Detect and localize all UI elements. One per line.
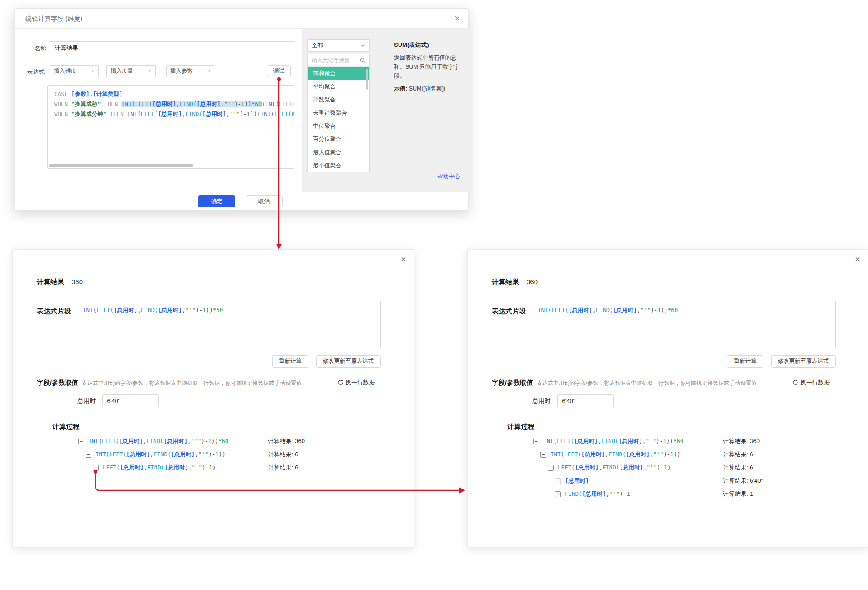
function-list-item[interactable]: 中位聚合 [308,120,369,133]
code-token: FIND( [185,111,202,117]
code-token: "'" [653,451,664,458]
category-filter-value: 全部 [312,42,323,50]
category-filter-select[interactable]: 全部 [307,39,370,52]
collapse-toggle-icon[interactable]: − [540,452,546,458]
insert-dimension-dropdown[interactable]: 插入维度 ▼ [50,65,99,77]
code-token: FIND( [154,451,171,458]
code-token: FIND( [565,490,582,497]
change-row-button[interactable]: 换一行数据 [792,378,830,387]
code-token: , [150,451,154,458]
expand-toggle-icon[interactable]: + [93,465,99,471]
code-token: FIND( [147,464,165,471]
collapse-toggle-icon[interactable]: − [533,439,539,444]
field-value-input[interactable] [557,394,614,407]
close-icon[interactable]: × [401,254,406,265]
code-token: FIND( [596,307,613,313]
insert-measure-dropdown[interactable]: 插入度量 ▼ [106,65,156,77]
debug-panel-expanded: × 计算结果360 表达式片段 INT(LEFT([总用时],FIND([总用时… [467,249,868,548]
insert-parameter-label: 插入参数 [170,67,193,75]
vertical-scrollbar[interactable] [366,69,368,90]
code-token: )- [656,438,663,444]
function-list-item[interactable]: 最小值聚合 [308,159,369,172]
code-token: [总用时] [171,451,195,458]
code-token: )) [219,451,226,458]
update-original-expression-button[interactable]: 修改更新至原表达式 [771,355,836,368]
function-list-item[interactable]: 求和聚合 [308,67,369,80]
code-token: FIND( [146,438,164,444]
insert-parameter-dropdown[interactable]: 插入参数 ▼ [166,65,215,77]
recalculate-button[interactable]: 重新计算 [272,355,308,368]
expression-snippet-box[interactable]: INT(LEFT([总用时],FIND([总用时],"'")-1))*60 [77,301,381,348]
code-token: FIND( [609,451,626,458]
code-token: )- [208,451,215,458]
code-token: [总用时] [613,307,637,313]
code-token: 1 [215,451,219,458]
tree-result: 计算结果: 6 [723,464,753,472]
code-token: LEFT( [102,438,119,444]
calc-tree-row: + LEFT([总用时],FIND([总用时],"'")-1) 计算结果: 6 [13,463,414,473]
dialog-title: 编辑计算字段 (维度) [25,15,82,23]
code-token: *60 [213,307,223,313]
tree-result: 计算结果: 6 [268,450,298,459]
tree-expression: FIND([总用时],"'")-1 [565,490,630,498]
calc-tree-row: − INT(LEFT([总用时],FIND([总用时],"'")-1))*60 … [13,436,414,446]
code-token: "换算成分钟" [71,111,107,117]
function-list-item[interactable]: 去重计数聚合 [308,106,369,120]
code-token: 1 [664,464,667,471]
code-token: [总用时] [152,101,177,107]
debug-button[interactable]: 调试 [267,65,291,77]
function-list-item[interactable]: 最大值聚合 [308,146,369,159]
code-token: [总用时] [114,307,138,313]
code-token: )) [206,307,213,313]
code-token: , [176,101,180,107]
close-icon[interactable]: × [855,254,860,265]
change-row-button[interactable]: 换一行数据 [338,378,375,387]
expand-toggle-icon[interactable]: + [555,491,561,497]
code-token: )) [661,307,668,313]
code-token: THEN [101,101,121,107]
code-token: INT( [538,307,551,313]
field-value-input[interactable] [102,394,159,407]
function-list-item[interactable]: 计数聚合 [308,93,369,106]
code-token: )) [250,111,257,117]
horizontal-scrollbar[interactable] [49,164,193,167]
expression-editor[interactable]: CASE [参数].[计算类型]WHEN "换算成秒" THEN INT(LEF… [47,85,294,169]
expand-toggle-icon[interactable]: + [555,478,561,484]
help-center-link[interactable]: 帮助中心 [437,173,460,181]
code-token: [总用时] [626,451,650,458]
code-token: CASE [54,91,71,97]
recalculate-button[interactable]: 重新计算 [727,355,763,368]
code-token: "'" [230,111,240,117]
insert-dimension-label: 插入维度 [54,67,76,75]
code-token: + [262,101,265,107]
cancel-button[interactable]: 取消 [246,195,283,207]
code-token: INT( [96,451,109,458]
update-original-expression-button[interactable]: 修改更新至原表达式 [316,355,381,368]
collapse-toggle-icon[interactable]: − [78,439,84,444]
close-icon[interactable]: × [454,13,460,24]
code-token: "'" [610,490,620,497]
function-list-item[interactable]: 平均聚合 [308,80,369,93]
expression-snippet-box[interactable]: INT(LEFT([总用时],FIND([总用时],"'")-1))*60 [532,301,836,348]
fields-label: 字段/参数取值 [492,379,533,386]
code-token: 1 [657,307,661,313]
code-token: LEFT( [96,307,114,313]
chevron-down-icon: ▼ [207,69,211,73]
code-token: *60 [668,307,678,313]
function-listbox: 求和聚合平均聚合计数聚合去重计数聚合中位聚合百分位聚合最大值聚合最小值聚合 [307,54,370,172]
insert-measure-label: 插入度量 [111,67,133,75]
function-list-item[interactable]: 百分位聚合 [308,133,369,146]
tree-result: 计算结果: 6'40" [723,477,763,485]
code-token: INT( [261,111,274,117]
code-token: INT( [543,438,557,444]
ok-button[interactable]: 确定 [198,195,235,207]
result-value: 360 [71,278,83,286]
code-token: , [637,307,641,313]
function-search [308,54,369,67]
name-input[interactable] [50,41,295,55]
collapse-toggle-icon[interactable]: − [86,452,91,458]
code-token: THEN [106,111,127,117]
code-token: [总用时] [126,451,151,458]
collapse-toggle-icon[interactable]: − [548,465,554,471]
function-doc-desc: 返回表达式中所有值的总和。SUM 只能用于数字字段。 [394,53,467,81]
